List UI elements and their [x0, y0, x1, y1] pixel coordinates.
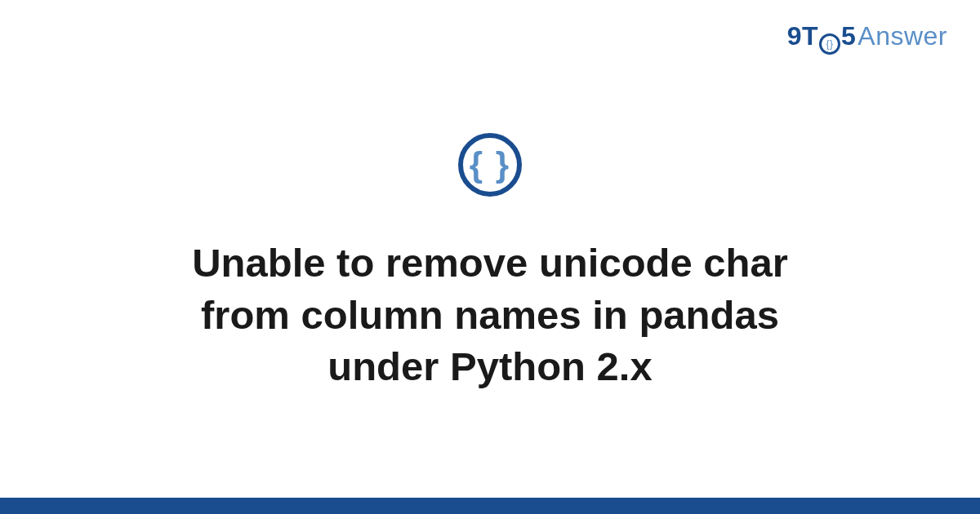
- question-title: Unable to remove unicode char from colum…: [114, 237, 866, 393]
- category-icon-circle: { }: [458, 133, 522, 197]
- code-braces-icon: { }: [470, 148, 510, 182]
- main-content: { } Unable to remove unicode char from c…: [0, 0, 980, 498]
- bottom-accent-bar: [0, 498, 980, 514]
